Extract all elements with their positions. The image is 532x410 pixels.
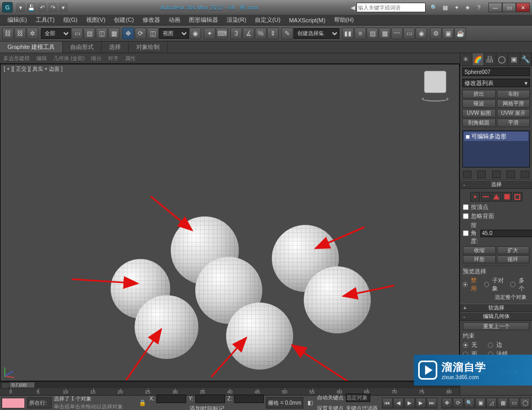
- pan-icon[interactable]: ✥: [442, 398, 452, 408]
- menu-group[interactable]: 组(G): [59, 15, 82, 25]
- menu-customize[interactable]: 自定义(U): [251, 15, 285, 25]
- named-selection-set[interactable]: 创建选择集: [294, 28, 339, 39]
- angle-spinner[interactable]: [480, 230, 532, 237]
- preview-sub-radio[interactable]: [484, 282, 489, 287]
- max-viewport-icon[interactable]: ▭: [509, 398, 519, 408]
- mod-meshsmooth[interactable]: 网格平滑: [497, 99, 530, 108]
- keyboard-icon[interactable]: ⌨: [216, 28, 228, 39]
- zoom-extents-icon[interactable]: ▣: [475, 398, 486, 408]
- close-button[interactable]: ✕: [516, 3, 530, 12]
- goto-end-icon[interactable]: ⏭: [427, 398, 437, 408]
- mod-extrude[interactable]: 挤出: [462, 90, 496, 98]
- app-logo[interactable]: G: [2, 2, 13, 13]
- y-coord-input[interactable]: [195, 395, 225, 403]
- ribbon-tab-selection[interactable]: 选择: [102, 41, 129, 53]
- tab-motion-icon[interactable]: ◯: [496, 53, 509, 65]
- ribbon-group-subdiv[interactable]: 细分: [91, 55, 102, 62]
- pivot-icon[interactable]: ◉: [189, 28, 201, 39]
- align-icon[interactable]: ≡: [354, 28, 366, 39]
- maximize-button[interactable]: ▭: [502, 3, 516, 12]
- selection-filter[interactable]: 全部: [41, 28, 71, 39]
- zoom-all-icon[interactable]: ▦: [497, 398, 508, 408]
- move-icon[interactable]: ✥: [122, 28, 134, 39]
- constraint-edge-radio[interactable]: [488, 342, 493, 348]
- layers-icon[interactable]: ▤: [367, 28, 378, 39]
- schematic-icon[interactable]: ▭: [403, 28, 415, 39]
- fov-icon[interactable]: ◿: [486, 398, 497, 408]
- help-icon[interactable]: ?: [473, 3, 484, 12]
- mod-uvwunwrap[interactable]: UVW 展开: [497, 109, 530, 118]
- script-listener-mini[interactable]: [2, 398, 25, 408]
- add-time-marker[interactable]: 添加时间标记: [189, 405, 225, 411]
- mod-noise[interactable]: 噪波: [462, 99, 496, 108]
- time-slider[interactable]: 0 / 100: [0, 382, 460, 388]
- percent-snap-icon[interactable]: %: [255, 28, 267, 39]
- menu-grapheditors[interactable]: 图形编辑器: [185, 15, 222, 25]
- arc-rotate-icon[interactable]: ⟳: [453, 398, 463, 408]
- by-angle-checkbox[interactable]: [463, 230, 469, 236]
- mod-lathe[interactable]: 车削: [497, 90, 530, 98]
- ref-coord-system[interactable]: 视图: [159, 28, 189, 39]
- select-name-icon[interactable]: ▤: [84, 28, 95, 39]
- help-search-input[interactable]: [356, 3, 426, 12]
- search-icon[interactable]: 🔍: [429, 3, 439, 12]
- menu-edit[interactable]: 编辑(E): [3, 15, 31, 25]
- autokey-button[interactable]: 自动关键点: [317, 394, 344, 401]
- modifier-list-dropdown[interactable]: 修改器列表▾: [462, 79, 530, 87]
- rollout-editgeo-header[interactable]: 编辑几何体: [460, 312, 532, 321]
- remove-mod-icon[interactable]: [506, 171, 515, 178]
- grow-button[interactable]: 扩大: [497, 246, 530, 254]
- by-vertex-checkbox[interactable]: [463, 204, 469, 210]
- ribbon-tab-paint[interactable]: 对象绘制: [129, 41, 168, 53]
- make-unique-icon[interactable]: [492, 171, 501, 178]
- x-coord-input[interactable]: [156, 395, 186, 403]
- ribbon-tab-freeform[interactable]: 自由形式: [63, 41, 102, 53]
- subobj-border[interactable]: [492, 192, 501, 202]
- pin-stack-icon[interactable]: [463, 171, 471, 178]
- mod-bevelprofile[interactable]: 剖角截面: [462, 119, 496, 127]
- stack-editable-poly[interactable]: ◼ 可编辑多边形: [464, 132, 528, 141]
- repeat-last-button[interactable]: 重复上一个: [463, 322, 529, 330]
- ribbon-group-props[interactable]: 属性: [125, 55, 136, 62]
- z-coord-input[interactable]: [234, 395, 264, 403]
- subscription-icon[interactable]: ▦: [440, 3, 451, 12]
- zoom-icon[interactable]: 🔍: [464, 398, 475, 408]
- menu-create[interactable]: 创建(C): [110, 15, 138, 25]
- material-editor-icon[interactable]: ◉: [415, 28, 427, 39]
- spinner-snap-icon[interactable]: ⇕: [267, 28, 279, 39]
- viewport-label[interactable]: [ + ][ 正交 ][ 真实 + 边面 ]: [4, 65, 63, 73]
- rollout-softselection-header[interactable]: 软选择: [460, 304, 532, 312]
- scale-icon[interactable]: ◫: [147, 28, 159, 39]
- select-icon[interactable]: ▭: [71, 28, 83, 39]
- setkey-button[interactable]: 设置关键点: [317, 405, 344, 410]
- render-setup-icon[interactable]: ⚙: [430, 28, 442, 39]
- ribbon-group-poly[interactable]: 多边形建模: [3, 55, 30, 62]
- minimize-button[interactable]: —: [488, 3, 502, 12]
- show-end-icon[interactable]: [477, 171, 486, 178]
- ribbon-group-align[interactable]: 对齐: [108, 55, 119, 62]
- render-frame-icon[interactable]: ▣: [442, 28, 454, 39]
- subobj-polygon[interactable]: [502, 192, 512, 202]
- qat-more-icon[interactable]: ▾: [59, 3, 68, 12]
- prev-frame-icon[interactable]: ◀: [393, 398, 404, 408]
- sphere-object[interactable]: [226, 303, 293, 370]
- mod-uvwmap[interactable]: UVW 贴图: [462, 109, 496, 118]
- ribbon-tab-modeling[interactable]: Graphite 建模工具: [0, 41, 63, 53]
- manipulate-icon[interactable]: ✦: [204, 28, 215, 39]
- preview-multi-radio[interactable]: [510, 282, 515, 287]
- modifier-stack[interactable]: ◼ 可编辑多边形: [462, 130, 530, 168]
- object-name-input[interactable]: [462, 68, 530, 76]
- keyfilter-button[interactable]: 关键点过滤器: [346, 405, 378, 410]
- menu-rendering[interactable]: 渲染(R): [222, 15, 251, 25]
- angle-snap-icon[interactable]: ∡: [243, 28, 254, 39]
- configure-icon[interactable]: [521, 171, 529, 178]
- sphere-object[interactable]: [304, 266, 371, 333]
- menu-help[interactable]: 帮助(H): [330, 15, 358, 25]
- shrink-button[interactable]: 收缩: [463, 246, 496, 254]
- play-icon[interactable]: ▶: [404, 398, 415, 408]
- tab-utilities-icon[interactable]: 🔧: [520, 53, 533, 65]
- trackbar-mini-icon[interactable]: [1, 382, 10, 389]
- constraint-none-radio[interactable]: [463, 342, 468, 348]
- tab-display-icon[interactable]: ▣: [508, 53, 520, 65]
- qat-save-icon[interactable]: 💾: [27, 3, 36, 12]
